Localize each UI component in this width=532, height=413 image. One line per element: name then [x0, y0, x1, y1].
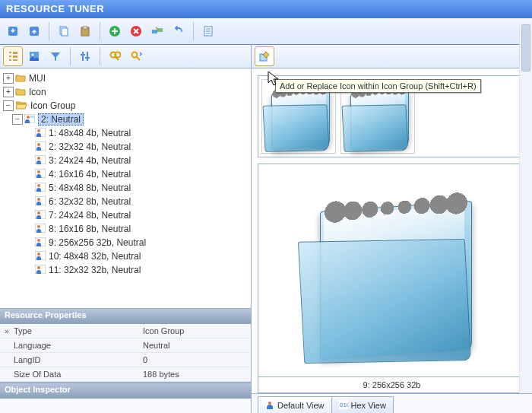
tree-item-label: 5: 48x48 8b, Neutral	[49, 183, 131, 193]
find-next-button[interactable]	[126, 46, 146, 66]
svg-rect-5	[83, 27, 87, 29]
tree-item-label: 2: Neutral	[38, 113, 84, 125]
svg-point-39	[37, 211, 40, 214]
svg-point-43	[37, 239, 40, 242]
edit-icon-button[interactable]	[255, 46, 274, 66]
resource-icon	[35, 237, 46, 249]
tree-item-label: 2: 32x32 4b, Neutral	[49, 141, 131, 152]
tree-item-label: 9: 256x256 32b, Neutral	[49, 237, 146, 248]
up-button[interactable]	[24, 21, 44, 41]
resource-icon	[35, 155, 46, 167]
tree-item[interactable]: 8: 16x16 8b, Neutral	[3, 222, 248, 236]
add-button[interactable]	[105, 21, 125, 41]
resource-tree[interactable]: +MUI+Icon−Icon Group−2: Neutral1: 48x48 …	[0, 68, 251, 309]
property-value: 0	[143, 355, 251, 364]
person-icon	[265, 400, 274, 411]
tree-item[interactable]: +MUI	[3, 71, 248, 85]
down-button[interactable]	[3, 21, 23, 41]
svg-rect-12	[13, 56, 17, 58]
property-row: Size Of Data188 bytes	[0, 367, 251, 382]
svg-rect-16	[82, 52, 84, 61]
property-key: Size Of Data	[14, 370, 143, 379]
property-row: »TypeIcon Group	[0, 324, 251, 338]
tree-item[interactable]: 11: 32x32 32b, Neutral	[3, 263, 248, 277]
tab-default-view[interactable]: Default View	[258, 396, 332, 413]
tree-item-label: 3: 24x24 4b, Neutral	[49, 155, 131, 166]
tree-item[interactable]: 10: 48x48 32b, Neutral	[3, 249, 248, 263]
property-key: Type	[14, 326, 143, 335]
svg-point-33	[37, 170, 40, 173]
tree-view-button[interactable]	[3, 46, 23, 66]
svg-point-37	[37, 198, 40, 201]
tree-item[interactable]: 4: 16x16 4b, Neutral	[3, 167, 248, 181]
tab-hex-view[interactable]: 0101 Hex View	[331, 396, 394, 413]
resource-icon	[35, 265, 46, 276]
settings-button[interactable]	[75, 46, 95, 66]
tree-item[interactable]: 9: 256x256 32b, Neutral	[3, 236, 248, 249]
resource-properties-panel: Resource Properties »TypeIcon GroupLangu…	[0, 309, 251, 383]
properties-title: Resource Properties	[0, 309, 251, 324]
resource-icon	[35, 128, 46, 139]
expander-icon[interactable]: +	[3, 73, 14, 84]
property-row: LanguageNeutral	[0, 338, 251, 353]
tree-item-label: MUI	[29, 73, 46, 84]
svg-rect-18	[81, 54, 85, 56]
tree-item[interactable]: 5: 48x48 8b, Neutral	[3, 181, 248, 195]
tree-item[interactable]: −2: Neutral	[3, 113, 248, 126]
tree-item[interactable]: 6: 32x32 8b, Neutral	[3, 195, 248, 208]
vertical-scrollbar[interactable]	[519, 23, 532, 393]
tree-item[interactable]: 3: 24x24 4b, Neutral	[3, 154, 248, 167]
svg-point-24	[27, 116, 30, 119]
tree-item-label: 6: 32x32 8b, Neutral	[49, 196, 131, 207]
delete-button[interactable]	[126, 21, 146, 41]
property-value: 188 bytes	[143, 370, 251, 379]
paste-button[interactable]	[75, 21, 95, 41]
tree-item-label: Icon Group	[30, 100, 75, 111]
resource-icon	[35, 183, 46, 194]
tree-item[interactable]: −Icon Group	[3, 99, 248, 113]
filter-button[interactable]	[46, 46, 65, 66]
property-row: LangID0	[0, 353, 251, 367]
svg-rect-25	[30, 116, 34, 118]
left-toolbar	[0, 45, 251, 68]
tree-item[interactable]: 7: 24x24 8b, Neutral	[3, 208, 248, 222]
resource-icon	[35, 224, 46, 235]
property-key: LangID	[14, 355, 143, 364]
window-title: RESOURCE TUNER	[6, 3, 104, 14]
svg-point-31	[37, 157, 40, 160]
svg-point-27	[37, 129, 40, 132]
svg-text:0101: 0101	[340, 402, 348, 408]
resource-icon	[24, 114, 35, 125]
folder-icon	[15, 100, 27, 112]
resource-icon	[35, 210, 46, 221]
tab-label: Default View	[277, 401, 325, 410]
options-button[interactable]	[198, 21, 218, 41]
left-toolbar-separator	[100, 47, 100, 65]
toolbar-separator	[193, 22, 194, 40]
svg-rect-19	[85, 57, 90, 59]
left-panel: +MUI+Icon−Icon Group−2: Neutral1: 48x48 …	[0, 45, 252, 413]
svg-point-29	[37, 143, 40, 146]
object-inspector-title: Object Inspector	[0, 383, 251, 399]
scrollbar-thumb[interactable]	[521, 24, 530, 71]
tree-item-label: 11: 32x32 32b, Neutral	[49, 265, 141, 275]
image-view-button[interactable]	[24, 46, 44, 66]
property-key: Language	[14, 341, 143, 350]
tree-item[interactable]: +Icon	[3, 85, 248, 99]
copy-button[interactable]	[54, 21, 74, 41]
svg-rect-3	[62, 28, 68, 36]
tree-item[interactable]: 1: 48x48 4b, Neutral	[3, 126, 248, 140]
tree-item[interactable]: 2: 32x32 4b, Neutral	[3, 140, 248, 154]
expander-icon[interactable]: −	[3, 100, 14, 111]
find-button[interactable]	[105, 46, 125, 66]
folder-icon	[15, 73, 26, 84]
resource-icon	[35, 169, 46, 180]
expander-icon[interactable]: −	[12, 114, 23, 125]
left-toolbar-separator	[70, 47, 71, 65]
expander-icon[interactable]: +	[3, 87, 14, 97]
property-value: Neutral	[143, 341, 251, 350]
rename-button[interactable]	[147, 21, 167, 41]
main-toolbar	[0, 18, 532, 45]
undo-button[interactable]	[169, 21, 188, 41]
svg-point-50	[268, 402, 271, 405]
